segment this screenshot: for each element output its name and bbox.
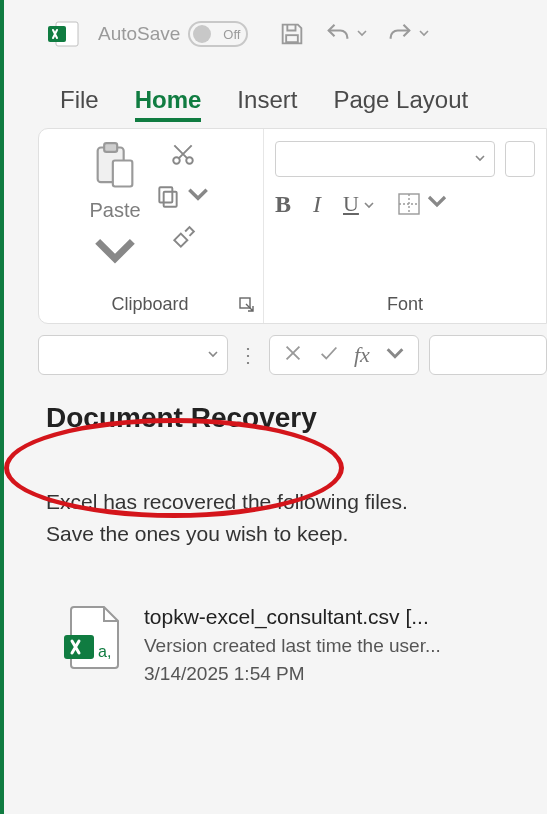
chevron-down-icon[interactable] — [356, 25, 368, 43]
svg-rect-2 — [287, 35, 299, 42]
recovered-file-name: topkw-excel_consultant.csv [... — [144, 605, 441, 629]
svg-rect-12 — [64, 635, 94, 659]
tab-file[interactable]: File — [60, 86, 99, 122]
autosave-label: AutoSave — [98, 23, 180, 45]
dialog-launcher-icon[interactable] — [239, 297, 255, 317]
undo-button[interactable] — [324, 20, 368, 48]
italic-button[interactable]: I — [313, 191, 321, 218]
svg-rect-4 — [104, 143, 117, 152]
tab-page-layout[interactable]: Page Layout — [333, 86, 468, 122]
autosave-control[interactable]: AutoSave Off — [98, 21, 248, 47]
bold-button[interactable]: B — [275, 191, 291, 218]
ribbon: Paste — [38, 128, 547, 324]
recovery-description: Excel has recovered the following files.… — [46, 486, 509, 549]
save-icon[interactable] — [278, 20, 306, 48]
recovered-file-item[interactable]: a, topkw-excel_consultant.csv [... Versi… — [46, 605, 509, 685]
chevron-down-icon[interactable] — [425, 189, 449, 219]
cancel-x-icon[interactable] — [282, 342, 304, 368]
tab-insert[interactable]: Insert — [237, 86, 297, 122]
document-recovery-pane: Document Recovery Excel has recovered th… — [4, 402, 547, 685]
ribbon-group-font: B I U Font — [263, 129, 546, 323]
recovered-file-version: Version created last time the user... — [144, 635, 441, 657]
autosave-toggle[interactable]: Off — [188, 21, 248, 47]
redo-button[interactable] — [386, 20, 430, 48]
recovery-title: Document Recovery — [46, 402, 509, 434]
font-size-dropdown[interactable] — [505, 141, 535, 177]
excel-logo-icon — [48, 18, 80, 50]
chevron-down-icon[interactable] — [89, 224, 141, 280]
borders-button[interactable] — [397, 189, 449, 219]
recovered-file-date: 3/14/2025 1:54 PM — [144, 663, 441, 685]
toggle-knob — [193, 25, 211, 43]
clipboard-small-buttons — [155, 141, 211, 251]
paste-label: Paste — [89, 199, 140, 222]
excel-file-icon: a, — [64, 605, 122, 673]
vertical-dots-icon[interactable]: ⋮ — [238, 343, 259, 367]
chevron-down-icon[interactable] — [207, 346, 219, 364]
insert-function-button[interactable]: fx — [354, 342, 370, 368]
formula-bar-buttons: fx — [269, 335, 419, 375]
svg-text:a,: a, — [98, 643, 111, 660]
svg-rect-9 — [164, 192, 177, 207]
underline-button[interactable]: U — [343, 191, 375, 217]
cut-icon[interactable] — [170, 141, 196, 167]
recovered-file-text: topkw-excel_consultant.csv [... Version … — [144, 605, 441, 685]
svg-rect-1 — [48, 26, 66, 42]
tab-home[interactable]: Home — [135, 86, 202, 122]
chevron-down-icon — [474, 150, 486, 168]
copy-icon[interactable] — [155, 181, 211, 211]
format-painter-icon[interactable] — [170, 225, 196, 251]
autosave-state: Off — [223, 27, 240, 42]
ribbon-tabs: File Home Insert Page Layout — [4, 68, 547, 122]
group-label-clipboard: Clipboard — [111, 294, 188, 317]
title-bar: AutoSave Off — [4, 0, 547, 68]
chevron-down-icon[interactable] — [185, 181, 211, 211]
formula-bar-input[interactable] — [429, 335, 547, 375]
enter-check-icon[interactable] — [318, 342, 340, 368]
svg-rect-5 — [113, 161, 132, 187]
group-label-font: Font — [387, 294, 423, 317]
formula-bar-row: ⋮ fx — [38, 334, 547, 376]
svg-rect-8 — [159, 187, 172, 202]
chevron-down-icon[interactable] — [418, 25, 430, 43]
name-box[interactable] — [38, 335, 228, 375]
ribbon-group-clipboard: Paste — [39, 129, 261, 323]
font-name-dropdown[interactable] — [275, 141, 495, 177]
chevron-down-icon[interactable] — [384, 342, 406, 368]
chevron-down-icon[interactable] — [363, 191, 375, 217]
paste-button[interactable]: Paste — [89, 141, 141, 280]
